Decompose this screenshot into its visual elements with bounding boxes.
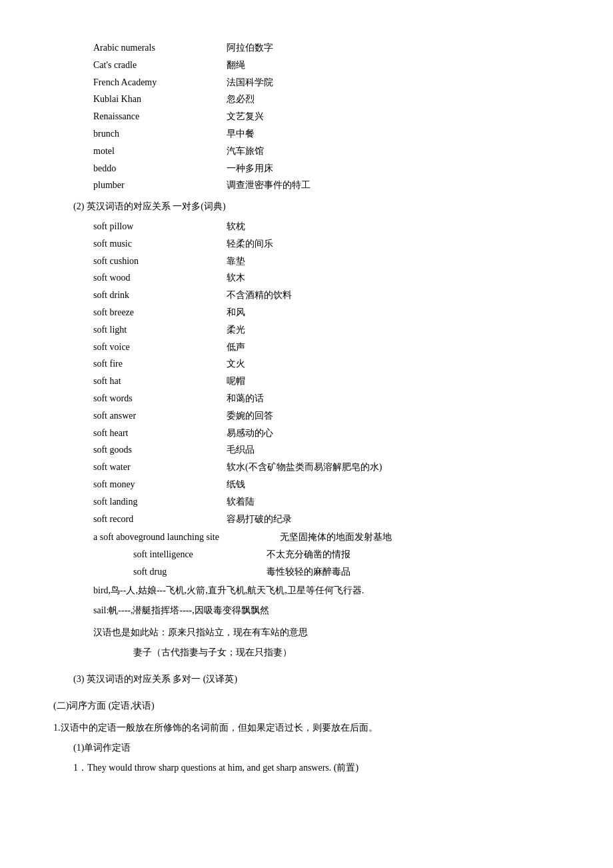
vocab-en: motel <box>93 143 227 159</box>
vocab-cn: 软水(不含矿物盐类而易溶解肥皂的水) <box>227 459 382 475</box>
vocab-cn: 呢帽 <box>227 373 245 389</box>
long-entry-1-cn: 无坚固掩体的地面发射基地 <box>280 529 392 545</box>
list-item: soft money纸钱 <box>93 477 560 493</box>
vocab-table-3: soft intelligence不太充分确凿的情报soft drug毒性较轻的… <box>93 547 560 580</box>
list-item: soft music轻柔的间乐 <box>93 236 560 252</box>
vocab-en: soft breeze <box>93 305 227 321</box>
vocab-cn: 和风 <box>227 305 245 321</box>
vocab-en: soft fire <box>93 356 227 372</box>
vocab-en: brunch <box>93 126 227 142</box>
bird-entry: bird,鸟--人,姑娘---飞机,火箭,直升飞机,航天飞机,卫星等任何飞行器. <box>93 583 560 599</box>
vocab-cn: 调查泄密事件的特工 <box>227 177 310 193</box>
list-item: soft drug毒性较轻的麻醉毒品 <box>133 564 560 580</box>
list-item: soft cushion靠垫 <box>93 253 560 269</box>
list-item: soft drink不含酒精的饮料 <box>93 287 560 303</box>
vocab-cn: 软着陆 <box>227 494 255 510</box>
list-item: French Academy法国科学院 <box>93 75 560 91</box>
list-item: Arabic numerals阿拉伯数字 <box>93 40 560 56</box>
vocab-cn: 和蔼的话 <box>227 391 264 407</box>
vocab-cn: 容易打破的纪录 <box>227 511 292 527</box>
list-item: soft light柔光 <box>93 322 560 338</box>
list-item: soft landing软着陆 <box>93 494 560 510</box>
vocab-cn: 软枕 <box>227 219 245 235</box>
section2-header: (2) 英汉词语的对应关系 一对多(词典) <box>73 199 560 215</box>
vocab-en: Renaissance <box>93 109 227 125</box>
vocab-cn: 汽车旅馆 <box>227 143 264 159</box>
list-item: soft hat呢帽 <box>93 373 560 389</box>
vocab-en: soft cushion <box>93 253 227 269</box>
vocab-table-1: Arabic numerals阿拉伯数字Cat's cradle翻绳French… <box>93 40 560 193</box>
example-1: 1．They would throw sharp questions at hi… <box>73 760 560 776</box>
list-item: soft pillow软枕 <box>93 219 560 235</box>
vocab-en: soft wood <box>93 270 227 286</box>
vocab-en: soft intelligence <box>133 547 267 563</box>
chinese-note-1-text: 汉语也是如此站：原来只指站立，现在有车站的意思 <box>93 625 560 641</box>
vocab-en: Cat's cradle <box>93 57 227 73</box>
chinese-note-2-text: 妻子（古代指妻与子女；现在只指妻） <box>133 645 560 661</box>
list-item: soft fire文火 <box>93 356 560 372</box>
vocab-en: beddo <box>93 161 227 177</box>
list-item: soft water软水(不含矿物盐类而易溶解肥皂的水) <box>93 459 560 475</box>
vocab-cn: 低声 <box>227 339 245 355</box>
vocab-en: soft music <box>93 236 227 252</box>
vocab-en: soft light <box>93 322 227 338</box>
vocab-cn: 文艺复兴 <box>227 109 264 125</box>
list-item: soft wood软木 <box>93 270 560 286</box>
vocab-cn: 柔光 <box>227 322 245 338</box>
vocab-cn: 不太充分确凿的情报 <box>267 547 350 563</box>
vocab-en: Kublai Khan <box>93 91 227 107</box>
vocab-en: soft drug <box>133 564 267 580</box>
list-item: soft answer委婉的回答 <box>93 408 560 424</box>
vocab-cn: 易感动的心 <box>227 425 273 441</box>
list-item: soft breeze和风 <box>93 305 560 321</box>
list-item: soft goods毛织品 <box>93 442 560 458</box>
section3-header: (3) 英汉词语的对应关系 多对一 (汉译英) <box>73 671 560 687</box>
vocab-cn: 阿拉伯数字 <box>227 40 273 56</box>
vocab-en: Arabic numerals <box>93 40 227 56</box>
vocab-table-2: soft pillow软枕soft music轻柔的间乐soft cushion… <box>93 219 560 527</box>
vocab-en: soft pillow <box>93 219 227 235</box>
section-er-header: (二)词序方面 (定语,状语) <box>53 698 560 714</box>
vocab-en: soft landing <box>93 494 227 510</box>
main-content: Arabic numerals阿拉伯数字Cat's cradle翻绳French… <box>53 40 560 776</box>
list-item: Kublai Khan忽必烈 <box>93 91 560 107</box>
vocab-cn: 轻柔的间乐 <box>227 236 273 252</box>
list-item: soft words和蔼的话 <box>93 391 560 407</box>
vocab-en: soft record <box>93 511 227 527</box>
list-item: brunch早中餐 <box>93 126 560 142</box>
vocab-cn: 靠垫 <box>227 253 245 269</box>
list-item: Renaissance文艺复兴 <box>93 109 560 125</box>
list-item: Cat's cradle翻绳 <box>93 57 560 73</box>
subsection-1-header: (1)单词作定语 <box>73 740 560 756</box>
vocab-en: soft words <box>93 391 227 407</box>
vocab-cn: 法国科学院 <box>227 75 273 91</box>
chinese-note-1: 汉语也是如此站：原来只指站立，现在有车站的意思 妻子（古代指妻与子女；现在只指妻… <box>93 625 560 661</box>
vocab-en: soft voice <box>93 339 227 355</box>
section2-title: (2) 英汉词语的对应关系 一对多(词典) <box>73 199 226 215</box>
list-item: motel汽车旅馆 <box>93 143 560 159</box>
vocab-cn: 翻绳 <box>227 57 245 73</box>
vocab-cn: 毛织品 <box>227 442 255 458</box>
list-item: soft record容易打破的纪录 <box>93 511 560 527</box>
list-item: soft heart易感动的心 <box>93 425 560 441</box>
vocab-cn: 一种多用床 <box>227 161 273 177</box>
vocab-en: plumber <box>93 177 227 193</box>
vocab-en: soft goods <box>93 442 227 458</box>
list-item: beddo一种多用床 <box>93 161 560 177</box>
long-entry-1-en: a soft aboveground launching site <box>93 529 280 545</box>
section-1-header: 1.汉语中的定语一般放在所修饰的名词前面，但如果定语过长，则要放在后面。 <box>53 720 560 736</box>
vocab-en: French Academy <box>93 75 227 91</box>
vocab-en: soft hat <box>93 373 227 389</box>
sail-entry: sail:帆----,潜艇指挥塔----,因吸毒变得飘飘然 <box>93 603 560 619</box>
vocab-cn: 纸钱 <box>227 477 245 493</box>
vocab-cn: 毒性较轻的麻醉毒品 <box>267 564 350 580</box>
vocab-cn: 软木 <box>227 270 245 286</box>
vocab-cn: 委婉的回答 <box>227 408 273 424</box>
vocab-cn: 不含酒精的饮料 <box>227 287 292 303</box>
vocab-cn: 忽必烈 <box>227 91 255 107</box>
vocab-en: soft money <box>93 477 227 493</box>
vocab-en: soft water <box>93 459 227 475</box>
vocab-cn: 早中餐 <box>227 126 255 142</box>
vocab-en: soft answer <box>93 408 227 424</box>
section3-title: (3) 英汉词语的对应关系 多对一 (汉译英) <box>73 674 237 684</box>
